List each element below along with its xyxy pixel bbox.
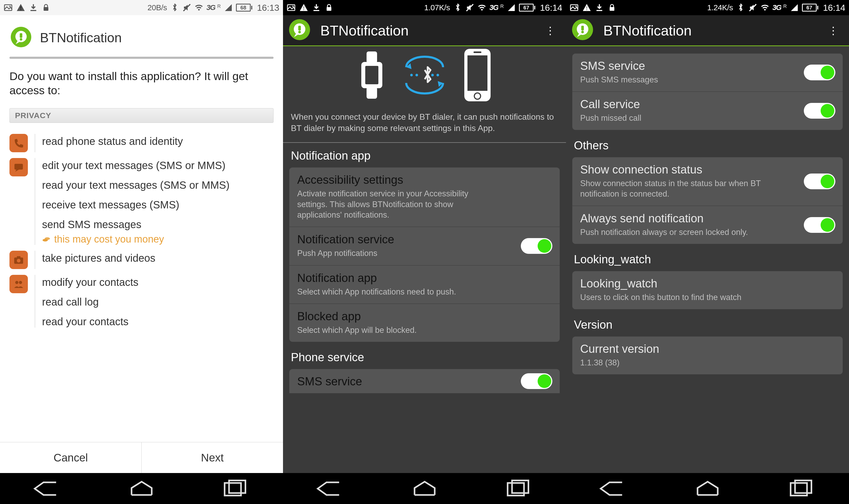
row-looking-watch[interactable]: Looking_watch Users to click on this but… bbox=[572, 271, 843, 309]
toggle-connection-status[interactable] bbox=[804, 174, 835, 189]
overflow-menu-button[interactable]: ⋮ bbox=[543, 24, 558, 36]
gallery-icon bbox=[570, 3, 578, 12]
warning-icon bbox=[16, 3, 25, 12]
mute-icon bbox=[465, 3, 474, 12]
camera-icon bbox=[10, 251, 28, 269]
perm-group-contacts: modify your contacts read call log read … bbox=[0, 269, 283, 328]
svg-point-31 bbox=[436, 74, 439, 76]
nav-recent-button[interactable] bbox=[786, 481, 818, 497]
net-speed: 20B/s bbox=[148, 3, 167, 12]
svg-point-20 bbox=[15, 281, 18, 284]
section-notification-app: Notification app bbox=[283, 143, 566, 167]
svg-rect-16 bbox=[15, 164, 23, 169]
row-always-send[interactable]: Always send notification Push notificati… bbox=[572, 205, 843, 244]
nav-back-button[interactable] bbox=[314, 481, 346, 497]
toggle-sms-service[interactable] bbox=[804, 65, 835, 80]
status-bar: 1.24K/s 3G R 67 16:14 bbox=[566, 0, 849, 15]
section-phone-service: Phone service bbox=[566, 46, 849, 54]
next-button[interactable]: Next bbox=[141, 442, 283, 473]
svg-rect-35 bbox=[473, 51, 481, 53]
toggle-always-send[interactable] bbox=[804, 217, 835, 233]
gallery-icon bbox=[287, 3, 296, 12]
wifi-icon bbox=[760, 3, 769, 12]
nav-home-button[interactable] bbox=[409, 481, 440, 497]
net-speed: 1.07K/s bbox=[424, 3, 450, 12]
nav-home-button[interactable] bbox=[692, 481, 723, 497]
perm-line: receive text messages (SMS) bbox=[42, 199, 274, 211]
battery-indicator: 67 bbox=[519, 4, 535, 12]
nav-back-button[interactable] bbox=[597, 481, 629, 497]
screen-settings-bottom: 1.24K/s 3G R 67 16:14 BTNotification ⋮ P… bbox=[566, 0, 849, 504]
svg-rect-33 bbox=[467, 55, 487, 91]
row-sms-service-peek[interactable]: SMS service bbox=[289, 369, 560, 393]
row-connection-status[interactable]: Show connection status Show connection s… bbox=[572, 157, 843, 206]
gallery-icon bbox=[4, 3, 13, 12]
row-version[interactable]: Current version 1.1.38 (38) bbox=[572, 337, 843, 374]
svg-rect-24 bbox=[367, 51, 377, 63]
nav-home-button[interactable] bbox=[126, 481, 157, 497]
svg-point-21 bbox=[19, 281, 22, 284]
row-accessibility[interactable]: Accessibility settings Activate notifica… bbox=[289, 167, 560, 227]
screen-install: 20B/s 3G R 68 16:13 BTNotification Do yo… bbox=[0, 0, 283, 504]
clock: 16:14 bbox=[540, 3, 562, 13]
signal-icon bbox=[507, 3, 516, 12]
net-speed: 1.24K/s bbox=[707, 3, 733, 12]
row-call-service[interactable]: Call service Push missed call bbox=[572, 91, 843, 130]
perm-line: read your contacts bbox=[42, 316, 274, 328]
row-sms-service[interactable]: SMS service Push SMS messages bbox=[572, 54, 843, 91]
signal-icon bbox=[224, 3, 233, 12]
svg-point-30 bbox=[431, 74, 434, 76]
lock-icon bbox=[607, 3, 617, 12]
lock-icon bbox=[325, 3, 333, 12]
perm-line: modify your contacts bbox=[42, 276, 274, 288]
roaming-indicator: R bbox=[783, 4, 787, 9]
bluetooth-icon bbox=[170, 3, 179, 12]
lock-icon bbox=[41, 3, 50, 12]
toggle-call-service[interactable] bbox=[804, 103, 835, 119]
section-looking-watch: Looking_watch bbox=[566, 247, 849, 271]
nav-back-button[interactable] bbox=[32, 481, 63, 497]
download-icon bbox=[29, 3, 38, 12]
svg-rect-23 bbox=[365, 66, 378, 84]
perm-line: read call log bbox=[42, 296, 274, 308]
toggle-notification-service[interactable] bbox=[521, 238, 552, 254]
perm-group-sms: edit your text messages (SMS or MMS) rea… bbox=[0, 152, 283, 245]
perm-line: edit your text messages (SMS or MMS) bbox=[42, 160, 274, 172]
overflow-menu-button[interactable]: ⋮ bbox=[826, 24, 841, 36]
toggle-sms-service[interactable] bbox=[521, 373, 552, 389]
nav-recent-button[interactable] bbox=[220, 481, 252, 497]
row-notification-app[interactable]: Notification app Select which App notifi… bbox=[289, 265, 560, 303]
signal-icon bbox=[790, 3, 799, 12]
nav-bar bbox=[283, 473, 566, 504]
cancel-button[interactable]: Cancel bbox=[0, 442, 141, 473]
sms-icon bbox=[10, 158, 28, 176]
battery-indicator: 67 bbox=[802, 4, 818, 12]
battery-indicator: 68 bbox=[236, 4, 252, 12]
nav-bar bbox=[0, 473, 283, 504]
mute-icon bbox=[183, 3, 191, 12]
app-icon bbox=[288, 19, 311, 42]
hero-text: When you connect your device by BT diale… bbox=[283, 108, 566, 139]
roaming-indicator: R bbox=[500, 4, 504, 9]
action-bar: BTNotification ⋮ bbox=[283, 15, 566, 46]
section-phone-service: Phone service bbox=[283, 344, 566, 369]
svg-point-29 bbox=[415, 74, 418, 76]
bluetooth-icon bbox=[453, 3, 462, 12]
perm-line: read your text messages (SMS or MMS) bbox=[42, 179, 274, 191]
download-icon bbox=[595, 3, 604, 12]
contacts-icon bbox=[10, 275, 28, 293]
action-bar-title: BTNotification bbox=[603, 22, 692, 39]
nav-recent-button[interactable] bbox=[503, 481, 535, 497]
section-version: Version bbox=[566, 312, 849, 337]
perm-line: read phone status and identity bbox=[42, 136, 274, 147]
nav-bar bbox=[566, 473, 849, 504]
action-bar-title: BTNotification bbox=[320, 22, 409, 39]
app-icon bbox=[571, 19, 594, 42]
row-notification-service[interactable]: Notification service Push App notificati… bbox=[289, 227, 560, 265]
perm-line: send SMS messages bbox=[42, 219, 274, 231]
install-question: Do you want to install this application?… bbox=[0, 62, 283, 108]
perm-cost-warning: this may cost you money bbox=[42, 234, 274, 245]
row-blocked-app[interactable]: Blocked app Select which App will be blo… bbox=[289, 303, 560, 342]
phone-icon bbox=[10, 134, 28, 152]
roaming-indicator: R bbox=[217, 4, 221, 9]
